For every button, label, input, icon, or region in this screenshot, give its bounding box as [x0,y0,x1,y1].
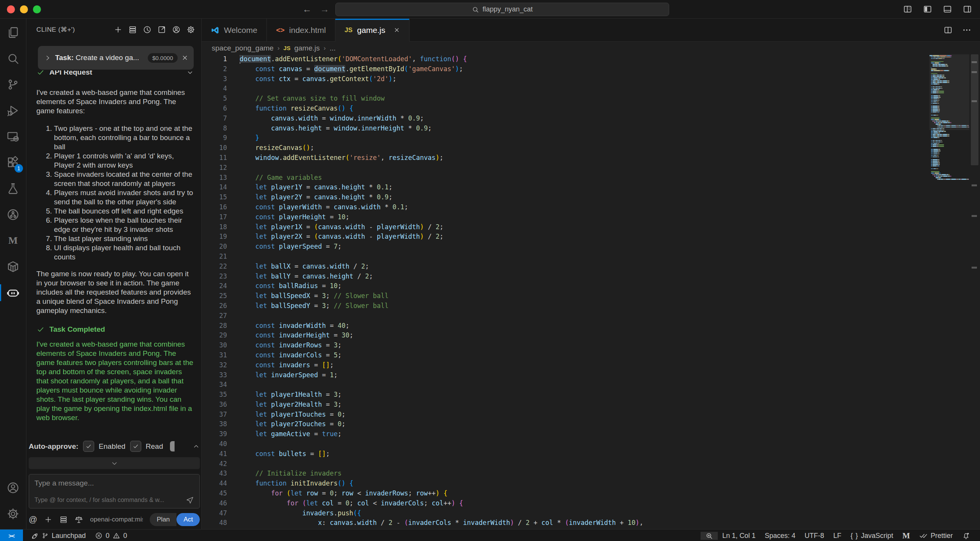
more-actions-icon[interactable] [962,25,972,35]
code-line[interactable]: 35 let player1Health = 3; [202,390,929,400]
code-line[interactable]: 8 canvas.height = window.innerHeight * 0… [202,124,929,134]
encoding-item[interactable]: UTF-8 [800,532,829,540]
remote-explorer-icon[interactable] [0,124,26,149]
auto-approve-row[interactable]: Auto-approve: Enabled Read [29,441,200,452]
minimap[interactable] [929,54,969,529]
history-icon[interactable] [143,25,152,34]
code-line[interactable]: 19 let player2X = (canvas.width - player… [202,232,929,242]
toggle-primary-sidebar-icon[interactable] [923,4,933,14]
code-line[interactable]: 2 const canvas = document.getElementById… [202,64,929,74]
code-line[interactable]: 46 for (let col = 0; col < invaderCols; … [202,499,929,508]
model-name[interactable]: openai-compat:mistralai/... [90,516,143,523]
new-task-plus-icon[interactable] [114,25,122,34]
code-line[interactable]: 33 let invaderSpeed = 1; [202,370,929,380]
settings-gear-icon[interactable] [0,502,26,526]
launchpad-status-item[interactable]: Launchpad [26,530,90,541]
auto-approve-read-checkbox[interactable] [130,441,141,452]
breadcrumb-symbol[interactable]: ... [330,44,336,52]
code-line[interactable]: 18 let player1X = (canvas.width - player… [202,222,929,232]
code-line[interactable]: 4 [202,84,929,94]
code-line[interactable]: 42 [202,459,929,469]
code-line[interactable]: 6 function resizeCanvas() { [202,104,929,114]
code-line[interactable]: 7 canvas.width = window.innerWidth * 0.9… [202,114,929,124]
code-line[interactable]: 22 let ballX = canvas.width / 2; [202,262,929,272]
language-mode-item[interactable]: { } JavaScript [846,532,898,540]
code-line[interactable]: 37 let player1Touches = 0; [202,410,929,420]
code-line[interactable]: 24 const ballRadius = 10; [202,281,929,291]
code-line[interactable]: 41 const bullets = []; [202,449,929,459]
tab-welcome[interactable]: Welcome [202,19,267,41]
code-line[interactable]: 10 resizeCanvas(); [202,143,929,153]
breadcrumb-file[interactable]: game.js [294,44,320,52]
code-line[interactable]: 47 invaders.push({ [202,508,929,518]
chevron-up-icon[interactable] [193,443,200,450]
code-line[interactable]: 15 let player2Y = canvas.height * 0.9; [202,192,929,202]
code-line[interactable]: 12 [202,163,929,173]
zoom-window-button[interactable] [33,5,41,13]
forward-arrow-icon[interactable]: → [320,4,329,15]
code-line[interactable]: 11 window.addEventListener('resize', res… [202,153,929,163]
task-header[interactable]: Task: Create a video ga... $0.0000 [38,46,194,70]
zoom-status-item[interactable] [701,532,718,540]
code-line[interactable]: 17 const playerHeight = 10; [202,212,929,222]
code-line[interactable]: 38 let player2Touches = 0; [202,419,929,429]
notifications-bell-item[interactable] [957,532,975,540]
code-line[interactable]: 28 const invaderWidth = 40; [202,321,929,331]
indentation-item[interactable]: Spaces: 4 [760,532,800,540]
overview-ruler[interactable] [969,54,980,529]
code-line[interactable]: 39 let gameActive = true; [202,429,929,439]
code-line[interactable]: 25 let ballSpeedX = 3; // Slower ball [202,291,929,301]
cline-robot-icon[interactable] [0,280,26,305]
code-line[interactable]: 29 const invaderHeight = 30; [202,331,929,341]
code-line[interactable]: 48 x: canvas.width / 2 - (invaderCols * … [202,518,929,528]
remote-indicator[interactable]: >< [0,530,23,541]
toggle-panel-icon[interactable] [942,4,952,14]
api-request-row[interactable]: API Request [36,70,194,80]
auto-approve-truncated-checkbox[interactable] [170,441,175,451]
testing-flask-icon[interactable] [0,176,26,201]
mcp-server-rack-icon[interactable] [59,515,68,524]
code-line[interactable]: 34 [202,380,929,390]
customize-layout-icon[interactable] [903,4,913,14]
code-line[interactable]: 3 const ctx = canvas.getContext('2d'); [202,74,929,84]
eol-item[interactable]: LF [829,532,846,540]
container-package-icon[interactable] [0,254,26,279]
mention-at-icon[interactable]: @ [29,515,37,525]
mcp-servers-icon[interactable] [128,25,137,34]
breadcrumb-folder[interactable]: space_pong_game [212,44,274,52]
code-line[interactable]: 44 function initInvaders() { [202,479,929,489]
account-icon[interactable] [0,476,26,500]
close-task-icon[interactable] [181,54,188,61]
code-line[interactable]: 23 let ballY = canvas.height / 2; [202,272,929,282]
source-control-icon[interactable] [0,72,26,97]
toggle-secondary-sidebar-icon[interactable] [962,4,972,14]
account-circle-icon[interactable] [172,25,181,34]
code-line[interactable]: 40 [202,439,929,449]
code-line[interactable]: 21 [202,252,929,262]
expand-section-bar[interactable] [29,457,200,469]
code-line[interactable]: 32 const invaders = []; [202,360,929,370]
extensions-icon[interactable]: 1 [0,150,26,175]
share-circle-icon[interactable] [0,202,26,227]
close-window-button[interactable] [7,5,15,13]
close-tab-icon[interactable] [394,27,400,33]
code-line[interactable]: 36 let player2Health = 3; [202,400,929,410]
code-line[interactable]: 49 y: canvas.height / 2 - (invaderRows *… [202,528,929,529]
back-arrow-icon[interactable]: ← [302,4,312,15]
m-status-icon[interactable]: M [898,531,915,541]
code-line[interactable]: 1document.addEventListener('DOMContentLo… [202,54,929,64]
code-line[interactable]: 16 const playerWidth = canvas.width * 0.… [202,202,929,212]
chat-scroll-area[interactable]: Task: Create a video ga... $0.0000 API R… [26,41,201,437]
code-line[interactable]: 30 const invaderRows = 3; [202,341,929,350]
code-line[interactable]: 27 [202,311,929,321]
code-line[interactable]: 43 // Initialize invaders [202,469,929,479]
plan-button[interactable]: Plan [150,513,176,526]
explorer-icon[interactable] [0,20,26,45]
code-line[interactable]: 9 } [202,133,929,143]
tab-index-html[interactable]: <> index.html [267,19,335,41]
code-line[interactable]: 31 const invaderCols = 5; [202,350,929,360]
formatter-item[interactable]: Prettier [915,531,957,540]
minimize-window-button[interactable] [20,5,28,13]
run-debug-icon[interactable] [0,98,26,123]
tab-game-js[interactable]: JS game.js [335,19,410,42]
